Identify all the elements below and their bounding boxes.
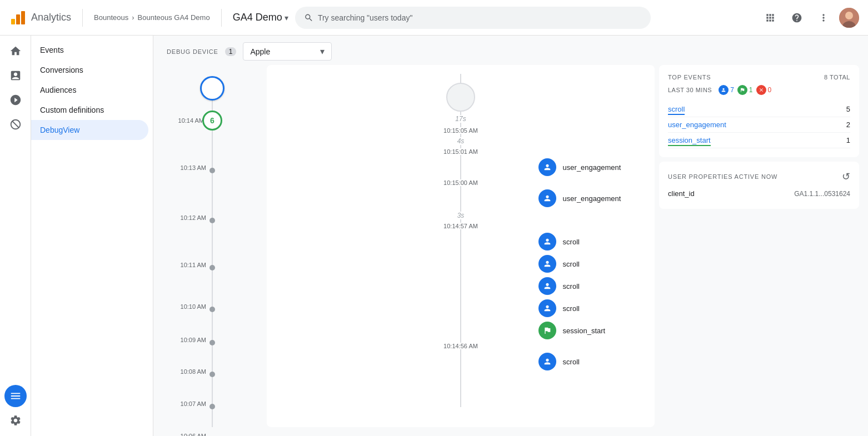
- event-icon-session-start[interactable]: [538, 322, 556, 339]
- badge-green: 1: [737, 85, 753, 95]
- timeline-bubble-2[interactable]: [200, 76, 225, 101]
- nav-custom-definitions[interactable]: Custom definitions: [31, 100, 148, 120]
- top-events-subrow: LAST 30 MINS 7: [668, 85, 850, 95]
- top-events-header: TOP EVENTS 8 TOTAL: [668, 74, 850, 81]
- time-label-1012: 10:12 AM: [181, 214, 206, 221]
- event-icon-scroll-3[interactable]: [538, 277, 556, 295]
- event-name-session-start: session_start: [563, 327, 606, 335]
- event-icon-scroll-1[interactable]: [538, 233, 556, 250]
- events-panel: 17s 10:15:05 AM 4s 10:15:01 AM user_enga…: [267, 65, 655, 427]
- event-row-session-start: session_start: [325, 322, 597, 339]
- breadcrumb-company[interactable]: Bounteous: [94, 13, 128, 22]
- timeline-row-1012: 10:12 AM: [209, 218, 215, 223]
- content-area: 10:14 AM 6 10:13 AM 10:12 AM 10:11 AM: [153, 65, 868, 436]
- timeline-dot-1009: [209, 340, 215, 345]
- event-name-scroll-4: scroll: [563, 304, 580, 313]
- time-label-1010: 10:10 AM: [181, 303, 206, 310]
- stat-scroll-name-col: scroll: [668, 105, 685, 113]
- event-icon-user-engagement-1[interactable]: [538, 158, 556, 176]
- event-row-scroll-4: scroll: [325, 299, 597, 317]
- nav-conversions[interactable]: Conversions: [31, 60, 148, 80]
- stat-user-engagement-name[interactable]: user_engagement: [668, 121, 726, 129]
- event-icon-scroll-4[interactable]: [538, 299, 556, 317]
- sidebar-configure-button[interactable]: [4, 385, 27, 407]
- breadcrumb-property: Bounteous GA4 Demo: [138, 13, 210, 22]
- sidebar-advertising-button[interactable]: [4, 113, 27, 136]
- nav-debugview[interactable]: DebugView: [31, 120, 148, 140]
- event-time-101457: 10:14:57 AM: [439, 223, 482, 229]
- more-button[interactable]: [812, 7, 835, 29]
- prop-client-id-value: GA1.1.1...0531624: [794, 190, 850, 198]
- nav-audiences[interactable]: Audiences: [31, 80, 148, 100]
- event-name-user-engagement-1: user_engagement: [563, 163, 621, 172]
- event-row-scroll-5: scroll: [325, 353, 597, 370]
- badge-red: 0: [756, 85, 772, 95]
- device-chevron-icon: ▾: [320, 46, 325, 57]
- stat-session-start-count: 1: [846, 136, 850, 144]
- badge-green-icon: [737, 85, 747, 95]
- timeline-row-1008: 10:08 AM: [209, 372, 215, 377]
- event-time-101501: 10:15:01 AM: [439, 148, 482, 155]
- timeline-dot-1007: [209, 404, 215, 409]
- right-panels: TOP EVENTS 8 TOTAL LAST 30 MINS 7: [659, 65, 859, 427]
- top-events-total: 8 TOTAL: [824, 74, 850, 81]
- sidebar-reports-button[interactable]: [4, 64, 27, 87]
- property-selector[interactable]: GA4 Demo ▾: [233, 12, 288, 23]
- badge-red-count: 0: [768, 86, 772, 94]
- user-properties-header: USER PROPERTIES ACTIVE NOW ↺: [668, 171, 850, 183]
- timeline-dot-1011: [209, 265, 215, 270]
- time-label-1011: 10:11 AM: [181, 262, 206, 268]
- timeline-bubble-6[interactable]: 6: [202, 111, 222, 131]
- last-30-mins-label: LAST 30 MINS: [668, 87, 712, 93]
- debug-label: DEBUG DEVICE: [167, 48, 218, 55]
- timeline-row-1010: 10:10 AM: [209, 307, 215, 312]
- event-icon-scroll-5[interactable]: [538, 353, 556, 370]
- body-layout: Events Conversions Audiences Custom defi…: [0, 36, 868, 436]
- breadcrumb-arrow-icon: ›: [132, 13, 134, 22]
- property-name: GA4 Demo: [233, 12, 282, 23]
- stat-scroll-name[interactable]: scroll: [668, 105, 685, 115]
- stat-session-start-name[interactable]: session_start: [668, 136, 711, 146]
- nav-events[interactable]: Events: [31, 40, 148, 60]
- user-properties-history-icon[interactable]: ↺: [842, 171, 850, 183]
- stat-session-start-name-col: session_start: [668, 136, 711, 144]
- debug-bar: DEBUG DEVICE 1 Apple ▾: [153, 36, 868, 65]
- gap-4s: 4s: [453, 137, 469, 145]
- badge-red-icon: [756, 85, 766, 95]
- header-divider-2: [221, 9, 222, 27]
- event-icon-user-engagement-2[interactable]: [538, 189, 556, 207]
- svg-rect-0: [11, 19, 15, 24]
- event-row-scroll-1: scroll: [325, 233, 597, 250]
- event-stats-list: scroll 5 user_engagement 2 s: [668, 102, 850, 148]
- user-properties-title: USER PROPERTIES ACTIVE NOW: [668, 173, 777, 180]
- sidebar-icons: [0, 36, 31, 436]
- top-events-title: TOP EVENTS: [668, 74, 711, 81]
- main-content: DEBUG DEVICE 1 Apple ▾: [153, 36, 868, 436]
- sidebar-settings-button[interactable]: [4, 409, 27, 432]
- event-icon-scroll-2[interactable]: [538, 255, 556, 273]
- apps-button[interactable]: [759, 7, 781, 29]
- event-name-user-engagement-2: user_engagement: [563, 194, 621, 203]
- time-label-1006: 10:06 AM: [181, 433, 206, 436]
- event-name-scroll-3: scroll: [563, 282, 580, 290]
- help-button[interactable]: [786, 7, 808, 29]
- search-input[interactable]: [318, 13, 642, 22]
- stat-scroll: scroll 5: [668, 102, 850, 117]
- event-time-101505: 10:15:05 AM: [439, 127, 482, 134]
- event-time-101456: 10:14:56 AM: [439, 343, 482, 349]
- user-avatar[interactable]: [839, 8, 859, 28]
- timeline-row-1011: 10:11 AM: [209, 265, 215, 270]
- timeline-dot-1010: [209, 307, 215, 312]
- event-row-scroll-2: scroll: [325, 255, 597, 273]
- timeline-row-1009: 10:09 AM: [209, 340, 215, 345]
- property-chevron-icon: ▾: [285, 13, 288, 22]
- sidebar-explore-button[interactable]: [4, 89, 27, 111]
- device-selector[interactable]: Apple ▾: [243, 42, 332, 61]
- event-name-scroll-2: scroll: [563, 260, 580, 268]
- stat-session-start: session_start 1: [668, 133, 850, 148]
- badge-blue: 7: [719, 85, 734, 95]
- search-bar[interactable]: [295, 7, 651, 29]
- stat-user-engagement-name-col: user_engagement: [668, 121, 726, 129]
- sidebar-home-button[interactable]: [4, 40, 27, 62]
- debug-count: 1: [225, 47, 237, 56]
